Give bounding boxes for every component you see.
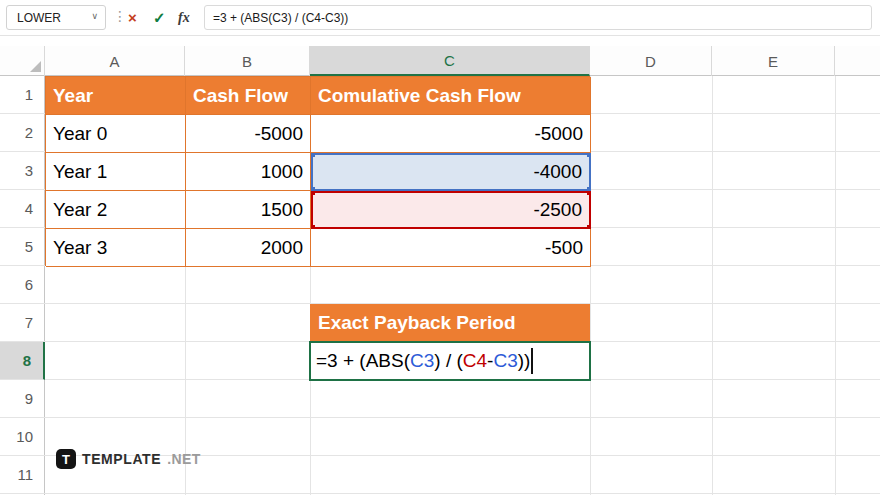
formula-part: =3 + (ABS( [316, 350, 410, 372]
row-header-6[interactable]: 6 [0, 266, 45, 304]
selection-handle[interactable] [311, 153, 315, 157]
row-header-9[interactable]: 9 [0, 380, 45, 418]
name-box[interactable]: LOWER ∨ [6, 5, 106, 30]
text-cursor [531, 348, 533, 374]
row-header-4[interactable]: 4 [0, 190, 45, 228]
watermark-suffix-text: .NET [167, 451, 201, 467]
grip-dots-icon: ⋮ [113, 8, 127, 24]
row-header-1[interactable]: 1 [0, 76, 45, 114]
cell-C7-payback-header[interactable]: Exact Payback Period [310, 304, 590, 342]
selection-handle[interactable] [311, 191, 315, 195]
formula-part-ref-c3: C3 [493, 350, 517, 372]
gridline-vertical [835, 76, 836, 495]
row-header-5[interactable]: 5 [0, 228, 45, 266]
formula-part-ref-c3: C3 [410, 350, 434, 372]
cell-A3[interactable]: Year 1 [46, 153, 186, 191]
row-header-column: 1 2 3 4 5 6 7 8 9 10 11 [0, 76, 45, 495]
cell-B2[interactable]: -5000 [186, 115, 311, 153]
cell-C3-value: -4000 [533, 161, 582, 183]
cell-B5[interactable]: 2000 [186, 229, 311, 267]
column-header-a[interactable]: A [45, 46, 185, 76]
selection-handle[interactable] [311, 225, 315, 229]
row-header-7[interactable]: 7 [0, 304, 45, 342]
cell-B3[interactable]: 1000 [186, 153, 311, 191]
formula-bar: LOWER ∨ ⋮ × ✓ fx =3 + (ABS(C3) / (C4-C3)… [0, 0, 880, 36]
row-header-11[interactable]: 11 [0, 456, 45, 494]
cash-flow-table: Year Cash Flow Comulative Cash Flow Year… [45, 76, 590, 266]
enter-icon[interactable]: ✓ [153, 8, 166, 28]
cell-A1[interactable]: Year [46, 77, 186, 115]
select-all-triangle-icon [30, 61, 41, 72]
selection-handle[interactable] [587, 191, 591, 195]
select-all-corner[interactable] [0, 46, 45, 76]
cell-A2[interactable]: Year 0 [46, 115, 186, 153]
template-logo-icon: T [56, 449, 76, 469]
name-box-value: LOWER [17, 11, 61, 25]
formula-part: ) / ( [434, 350, 463, 372]
formula-part: )) [518, 350, 531, 372]
cell-C2[interactable]: -5000 [311, 115, 591, 153]
column-header-d[interactable]: D [590, 46, 712, 76]
row-header-2[interactable]: 2 [0, 114, 45, 152]
cell-C4-value: -2500 [533, 199, 582, 221]
row-header-8-selected[interactable]: 8 [0, 342, 45, 380]
cell-C8-formula-edit[interactable]: =3 + (ABS( C3 ) / ( C4 - C3 )) [309, 341, 591, 381]
cell-B4[interactable]: 1500 [186, 191, 311, 229]
formula-bar-text: =3 + (ABS(C3) / (C4-C3)) [213, 11, 348, 25]
cancel-icon[interactable]: × [128, 8, 137, 28]
column-header-e[interactable]: E [712, 46, 835, 76]
template-net-watermark: T TEMPLATE .NET [56, 449, 201, 469]
column-header-b[interactable]: B [185, 46, 310, 76]
row-header-3[interactable]: 3 [0, 152, 45, 190]
cell-C4-referenced[interactable]: -2500 [311, 191, 591, 229]
watermark-brand-text: TEMPLATE [82, 451, 161, 467]
insert-function-icon[interactable]: fx [178, 8, 190, 28]
row-header-10[interactable]: 10 [0, 418, 45, 456]
cell-B1[interactable]: Cash Flow [186, 77, 311, 115]
formula-part-ref-c4: C4 [463, 350, 487, 372]
gridline-vertical [712, 76, 713, 495]
cell-C1[interactable]: Comulative Cash Flow [311, 77, 591, 115]
formula-input[interactable]: =3 + (ABS(C3) / (C4-C3)) [204, 5, 872, 30]
cell-A5[interactable]: Year 3 [46, 229, 186, 267]
chevron-down-icon[interactable]: ∨ [91, 11, 98, 21]
cell-C5[interactable]: -500 [311, 229, 591, 267]
selection-handle[interactable] [587, 225, 591, 229]
selection-handle[interactable] [587, 153, 591, 157]
column-header-c-selected[interactable]: C [310, 46, 590, 76]
cell-C3-referenced[interactable]: -4000 [311, 153, 591, 191]
cell-A4[interactable]: Year 2 [46, 191, 186, 229]
column-header-row: A B C D E [0, 46, 880, 76]
